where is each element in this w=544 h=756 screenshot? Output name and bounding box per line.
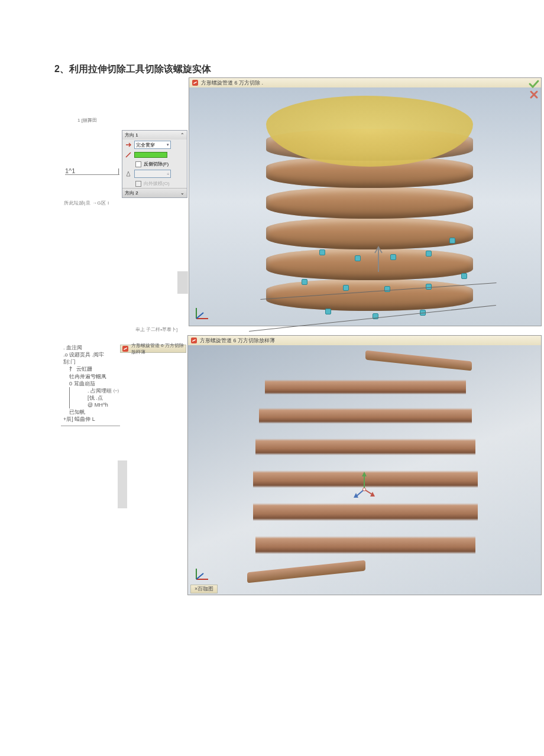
confirm-corner [519, 79, 540, 100]
left-label-1: 1 [丽舞田 [77, 117, 97, 124]
draft-outward-checkbox [135, 181, 141, 187]
left-input-prefix: 1^1 [65, 167, 75, 174]
svg-line-3 [196, 313, 203, 319]
grey-bar-2 [118, 460, 127, 508]
collapse-icon[interactable]: ⌃ [180, 132, 184, 138]
color-swatch[interactable] [134, 152, 167, 158]
draft-outward-label: 向外拔模(O) [144, 180, 170, 187]
tree-item[interactable]: 刮:门 [61, 358, 120, 365]
viewport2-title: 方形螺旋管道 6 万方切除放样薄 [200, 337, 275, 345]
left-label-2: 所此坛跡|旦 →G区 l [64, 200, 109, 206]
viewport2-tab[interactable]: ×百咖图 [190, 585, 218, 593]
tree-item[interactable]: @ MH^h [73, 401, 120, 408]
svg-marker-6 [362, 472, 367, 476]
solidworks-icon [192, 79, 199, 86]
caret-down-icon: ▾ [167, 142, 169, 147]
flip-side-label: 反侧切除(F) [144, 161, 169, 167]
flip-side-checkbox[interactable] [135, 161, 141, 167]
solidworks-icon [190, 337, 197, 344]
panel2-titlebar: 方形螺旋管道 6 万方切除放样薄 [120, 345, 186, 353]
tree-item[interactable]: [饯 .点 [73, 394, 120, 401]
cad-viewport-2[interactable]: 方形螺旋管道 6 万方切除放样薄 ×百咖图 [187, 335, 542, 595]
tree-item[interactable]: 牡冉卅遍亏帼凧 [61, 373, 120, 380]
dropdown-value: 完全贯穿 [136, 142, 155, 148]
view-triad-icon[interactable] [193, 565, 211, 583]
cad-viewport-1[interactable]: 方形螺旋管道 6 万方切除 . [189, 77, 542, 326]
tree-item[interactable]: .o 设廻页具 .阅牢 [61, 351, 120, 358]
tree-item[interactable]: . 血注闻 [61, 344, 120, 351]
tree-item[interactable]: 0 茸曲崩茄 [61, 380, 120, 387]
draft-field: ÷ [134, 170, 171, 178]
swatch-icon [125, 151, 132, 158]
cancel-icon[interactable] [528, 90, 540, 99]
left-input-suffix: | [118, 167, 119, 174]
svg-point-11 [363, 488, 366, 491]
step-heading: 2、利用拉伸切除工具切除该螺旋实体 [54, 63, 211, 76]
solidworks-icon [122, 345, 129, 352]
helix-solid-preview [266, 102, 473, 314]
reverse-direction-icon[interactable] [125, 141, 132, 148]
helical-ribbon [253, 359, 478, 578]
draft-icon[interactable] [125, 170, 132, 177]
feature-tree[interactable]: . 血注闻.o 设廻页具 .阅牢刮:门扌 云虹跚牡冉卅遍亏帼凧0 茸曲崩茄. 占… [61, 344, 120, 426]
left-input-line: 1^1 | [65, 167, 119, 175]
tree-separator [61, 426, 120, 426]
pp-footer[interactable]: 方向 2 ⌄ [122, 188, 187, 197]
panel2-title: 方形螺旋管道 6 万方切除放样薄 [131, 342, 184, 355]
tree-item[interactable]: . 占闻埋晅 ㈠ [73, 387, 120, 394]
svg-line-14 [196, 573, 203, 579]
origin-triad-icon[interactable] [354, 472, 375, 498]
pp-header[interactable]: 方向 1 ⌃ [122, 131, 187, 139]
end-condition-dropdown[interactable]: 完全贯穿 ▾ [134, 141, 171, 149]
view-triad-icon[interactable] [193, 304, 211, 322]
grey-bar-1 [177, 271, 188, 294]
property-panel: 方向 1 ⌃ 完全贯穿 ▾ 反侧切除(F) ÷ 向外拔模(O) 方向 2 [122, 130, 187, 198]
tree-item[interactable]: +辰] 蜻曲伸 L [61, 416, 120, 423]
tree-item[interactable]: 已知帆 [61, 408, 120, 416]
pp-footer-label: 方向 2 [125, 190, 138, 196]
ok-icon[interactable] [528, 79, 540, 89]
pp-header-label: 方向 1 [125, 132, 138, 138]
tree-item[interactable]: 扌 云虹跚 [61, 365, 120, 372]
viewport1-titlebar: 方形螺旋管道 6 万方切除 . [189, 78, 541, 87]
viewport1-title: 方形螺旋管道 6 万方切除 . [201, 79, 263, 87]
expand-icon[interactable]: ⌄ [180, 190, 184, 196]
direction-arrow-icon [373, 244, 384, 273]
viewport2-titlebar: 方形螺旋管道 6 万方切除放样薄 [188, 336, 541, 345]
caption-1: 串上 子二样•草泰卜] [135, 326, 177, 333]
spinner-icon[interactable]: ÷ [167, 172, 169, 176]
